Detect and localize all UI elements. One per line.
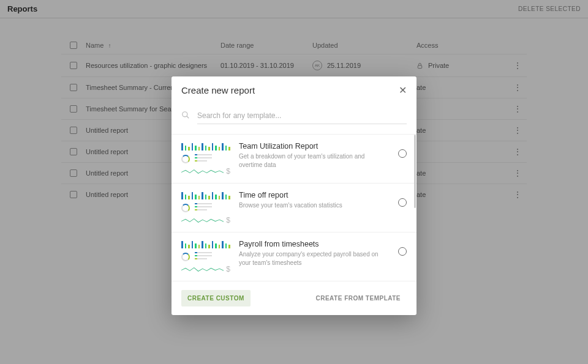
- template-description: Browse your team's vacation statistics: [239, 201, 390, 210]
- modal-title: Create new report: [181, 85, 255, 95]
- template-item[interactable]: $ Team Utilization Report Get a breakdow…: [172, 135, 417, 184]
- template-thumbnail: $: [181, 191, 230, 225]
- template-radio[interactable]: [398, 149, 407, 158]
- template-description: Analyze your company's expected payroll …: [239, 250, 390, 267]
- create-from-template-button[interactable]: CREATE FROM TEMPLATE: [309, 290, 407, 306]
- search-icon: [181, 111, 190, 122]
- template-title: Payroll from timesheets: [239, 240, 390, 248]
- template-thumbnail: $: [181, 142, 230, 176]
- svg-point-1: [183, 111, 187, 116]
- template-item[interactable]: $ Payroll from timesheets Analyze your c…: [172, 232, 417, 281]
- dollar-icon: $: [226, 216, 230, 225]
- modal-overlay[interactable]: Create new report ✕ $ Team Utilization R…: [0, 0, 588, 364]
- template-radio[interactable]: [398, 198, 407, 207]
- template-title: Time off report: [239, 191, 390, 199]
- template-description: Get a breakdown of your team's utilizati…: [239, 152, 390, 169]
- template-thumbnail: $: [181, 240, 230, 273]
- close-icon[interactable]: ✕: [399, 86, 407, 95]
- template-title: Team Utilization Report: [239, 142, 390, 150]
- svg-line-2: [187, 116, 189, 118]
- dollar-icon: $: [226, 167, 230, 176]
- dollar-icon: $: [226, 265, 230, 273]
- scrollbar[interactable]: [414, 135, 416, 208]
- template-radio[interactable]: [398, 247, 407, 256]
- template-item[interactable]: $ Time off report Browse your team's vac…: [172, 184, 417, 232]
- template-search-input[interactable]: [197, 108, 407, 124]
- create-report-modal: Create new report ✕ $ Team Utilization R…: [172, 76, 417, 315]
- create-custom-button[interactable]: CREATE CUSTOM: [181, 290, 251, 306]
